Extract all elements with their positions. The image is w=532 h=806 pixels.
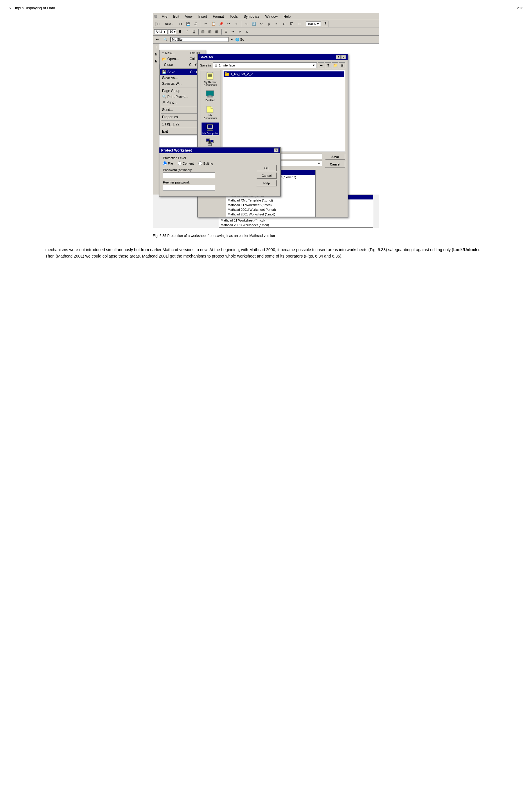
- desktop-label: Desktop: [205, 99, 215, 102]
- left-panel-computer[interactable]: My Computer: [202, 122, 219, 135]
- reenter-input[interactable]: [163, 185, 215, 191]
- savetype-item-8[interactable]: Mathcad 2001i Worksheet (*.mcd): [226, 207, 316, 212]
- tb-icon2[interactable]: 🔢: [251, 21, 257, 27]
- bold-button[interactable]: B: [177, 28, 183, 35]
- savetype-item-9[interactable]: Mathcad 2001 Worksheet (*.mcd): [226, 212, 316, 217]
- tb-icon7[interactable]: ☑: [288, 21, 295, 27]
- protect-help-btn[interactable]: Help: [256, 180, 277, 186]
- tb-sep3: [304, 21, 304, 27]
- tb-icon3[interactable]: Ω: [258, 21, 265, 27]
- underline-button[interactable]: U: [191, 28, 197, 35]
- help-title-btn[interactable]: ?: [336, 55, 341, 59]
- menu-insert[interactable]: Insert: [197, 14, 208, 19]
- radio-editing-input[interactable]: [198, 161, 202, 165]
- left-panel-documents[interactable]: My Documents: [202, 104, 219, 120]
- documents-label: My Documents: [202, 114, 218, 120]
- menu-symbolics[interactable]: Symbolics: [243, 14, 261, 19]
- recent-docs-icon: [206, 72, 215, 80]
- cancel-dialog-btn[interactable]: Cancel: [325, 161, 345, 168]
- new-button[interactable]: [ □: [154, 21, 160, 27]
- zoom-control[interactable]: 100% ▼: [306, 21, 321, 26]
- tb-icon4[interactable]: β: [266, 21, 272, 27]
- location-select[interactable]: 🖹 1_Interface ▼: [213, 62, 317, 68]
- dlg-back-btn[interactable]: ⬅: [318, 62, 324, 68]
- savetype2-item-5[interactable]: Mathcad 11 Worksheet (*.mcd): [219, 218, 373, 223]
- back-button[interactable]: ↩: [154, 36, 160, 43]
- svg-rect-11: [207, 130, 213, 131]
- left-panel-recent[interactable]: My Recent Documents: [202, 72, 219, 87]
- redo-button[interactable]: ↪: [233, 21, 239, 27]
- subscript-button[interactable]: x₂: [244, 28, 250, 35]
- list-button[interactable]: ≡: [223, 28, 229, 35]
- italic-button[interactable]: I: [184, 28, 190, 35]
- protect-cancel-btn[interactable]: Cancel: [256, 172, 277, 179]
- font-size-dropdown[interactable]: 10▼: [168, 29, 176, 34]
- menu-bar: 🖼 File Edit View Insert Format Tools Sym…: [153, 13, 379, 20]
- savetype-item-6[interactable]: Mathcad XML Template (*.xmct): [226, 198, 316, 203]
- menu-view[interactable]: View: [184, 14, 194, 19]
- tb-icon8[interactable]: □: [296, 21, 302, 27]
- tb-icon6[interactable]: ⊕: [281, 21, 287, 27]
- align-left-button[interactable]: ▤: [200, 28, 206, 35]
- menu-help[interactable]: Help: [282, 14, 292, 19]
- menu-format[interactable]: Format: [212, 14, 225, 19]
- align-right-button[interactable]: ▦: [214, 28, 220, 35]
- savetype2-item-6[interactable]: Mathcad 2001i Worksheet (*.mcd): [219, 223, 373, 227]
- dlg-new-folder-btn[interactable]: 📁: [332, 62, 338, 68]
- computer-icon: [206, 123, 215, 131]
- radio-editing[interactable]: Editing: [198, 161, 213, 165]
- copy-button[interactable]: 📋: [210, 21, 216, 27]
- svg-rect-0: [207, 73, 213, 80]
- menu-file[interactable]: File: [160, 14, 168, 19]
- left-tb-btn2[interactable]: N: [153, 51, 159, 57]
- title-buttons: ? X: [336, 55, 346, 59]
- password-input[interactable]: [163, 172, 215, 178]
- close-title-btn[interactable]: X: [341, 55, 346, 59]
- tb-sep1: [201, 21, 201, 27]
- computer-label: My Computer: [203, 132, 218, 135]
- align-center-button[interactable]: ▥: [207, 28, 213, 35]
- radio-content-label: Content: [183, 162, 194, 165]
- tb2-sep2: [221, 29, 222, 35]
- desktop-icon: [206, 90, 215, 98]
- save-dialog-btn[interactable]: Save: [325, 154, 345, 160]
- radio-content-input[interactable]: [178, 161, 182, 165]
- dlg-up-btn[interactable]: ⬆: [325, 62, 331, 68]
- protect-titlebar: Protect Worksheet X: [159, 148, 280, 153]
- left-tb-btn1[interactable]: I: [153, 44, 159, 51]
- protect-ok-btn[interactable]: OK: [256, 165, 277, 171]
- help-button[interactable]: ?: [322, 21, 328, 27]
- font-dropdown[interactable]: Arial ▼: [154, 29, 168, 34]
- tb-icon5[interactable]: =: [273, 21, 280, 27]
- file-item-0[interactable]: 1_66_Plot_V_V: [224, 72, 344, 77]
- paste-button[interactable]: 📌: [218, 21, 224, 27]
- protect-title-text: Protect Worksheet: [161, 148, 192, 152]
- menu-edit[interactable]: Edit: [172, 14, 180, 19]
- superscript-button[interactable]: x²: [237, 28, 243, 35]
- savetype-item-7[interactable]: Mathcad 11 Worksheet (*.mcd): [226, 203, 316, 207]
- cut-button[interactable]: ✂: [203, 21, 209, 27]
- radio-content[interactable]: Content: [178, 161, 194, 165]
- menu-window[interactable]: Window: [264, 14, 279, 19]
- left-tb-btn3[interactable]: E: [153, 58, 159, 64]
- radio-file[interactable]: File: [163, 161, 173, 165]
- new-text-button[interactable]: New...: [162, 21, 176, 27]
- save-button[interactable]: 💾: [185, 21, 191, 27]
- print-button[interactable]: 🖨: [192, 21, 199, 27]
- go-button[interactable]: 🌐Go: [235, 38, 244, 41]
- indent-button[interactable]: ⇥: [230, 28, 236, 35]
- address-dropdown[interactable]: ▼: [230, 38, 233, 41]
- undo-button[interactable]: ↩: [225, 21, 232, 27]
- save-as-buttons: Save Cancel: [325, 154, 345, 168]
- radio-file-input[interactable]: [163, 161, 167, 165]
- dlg-view-btn[interactable]: ⊞: [339, 62, 345, 68]
- search-button[interactable]: 🔍: [162, 36, 169, 43]
- open-button[interactable]: 🗂: [177, 21, 184, 27]
- protect-close-btn[interactable]: X: [274, 148, 279, 152]
- menu-tools[interactable]: Tools: [229, 14, 239, 19]
- left-panel-desktop[interactable]: Desktop: [202, 90, 219, 102]
- save-as-title: Save As: [200, 55, 213, 59]
- tb-icon1[interactable]: "E: [243, 21, 249, 27]
- address-input[interactable]: My Site: [170, 37, 229, 42]
- dialog-split: My Recent Documents Desktop: [200, 70, 345, 152]
